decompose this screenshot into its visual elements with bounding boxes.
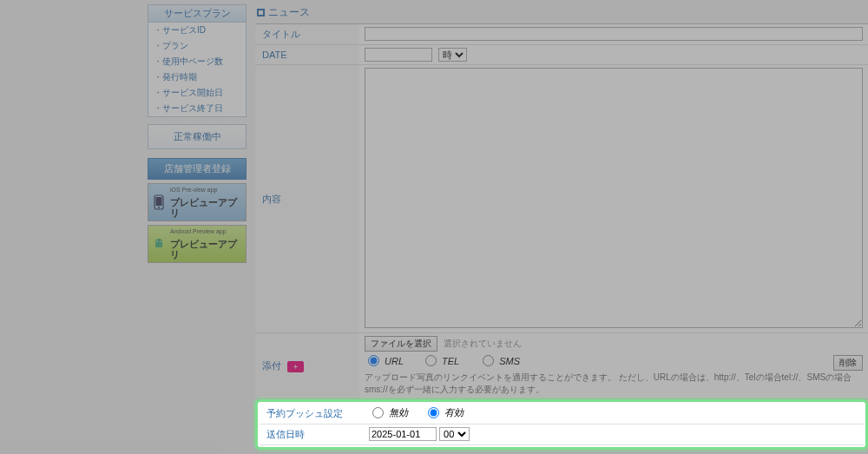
push-label: 予約プッシュ設定	[260, 404, 364, 424]
section-title: ニュース	[255, 3, 868, 24]
sidebar-item-issue[interactable]: 発行時期	[148, 69, 246, 85]
svg-point-3	[157, 240, 158, 241]
ios-preview-main: プレビューアプリ	[170, 194, 242, 218]
main-area: ニュース タイトル DATE 時 内容	[255, 0, 868, 454]
date-input[interactable]	[365, 48, 432, 62]
attach-add-badge[interactable]: ＋	[287, 361, 304, 372]
ios-preview-sub: iOS Pre-view app	[170, 187, 242, 194]
file-status-text: 選択されていません	[444, 339, 522, 348]
footer-buttons: 登録 削除	[255, 450, 868, 454]
sidebar: サービスプラン サービスID プラン 使用中ページ数 発行時期 サービス開始日 …	[148, 0, 247, 454]
push-option-enable[interactable]: 有効	[428, 406, 464, 419]
date-label: DATE	[255, 45, 359, 65]
android-preview-sub: Android Preview app	[170, 228, 242, 235]
link-option-tel[interactable]: TEL	[425, 355, 468, 366]
attach-hint: アップロード写真のリンクイベントを適用することができます。 ただし、URLの場合…	[365, 372, 863, 396]
send-date-input[interactable]	[369, 427, 437, 441]
link-option-sms[interactable]: SMS	[483, 355, 525, 366]
ios-preview-button[interactable]: iOS Pre-view app プレビューアプリ	[148, 183, 247, 221]
push-settings-panel: 予約プッシュ設定 無効 有効 送信日時 00	[255, 399, 868, 450]
svg-point-2	[158, 207, 160, 208]
date-hour-select[interactable]: 時	[438, 48, 467, 62]
service-plan-panel: サービスプラン サービスID プラン 使用中ページ数 発行時期 サービス開始日 …	[148, 4, 247, 117]
sidebar-item-pages[interactable]: 使用中ページ数	[148, 54, 246, 69]
push-option-disable[interactable]: 無効	[372, 406, 408, 419]
svg-rect-1	[156, 197, 162, 206]
android-icon	[152, 235, 167, 253]
content-textarea[interactable]	[365, 68, 863, 328]
admin-register-button[interactable]: 店舗管理者登録	[148, 158, 247, 180]
section-title-text: ニュース	[268, 5, 310, 20]
send-hour-select[interactable]: 00	[439, 427, 470, 441]
android-preview-button[interactable]: Android Preview app プレビューアプリ	[148, 225, 247, 263]
sidebar-item-service-id[interactable]: サービスID	[148, 23, 246, 38]
service-plan-title: サービスプラン	[148, 5, 246, 23]
android-preview-main: プレビューアプリ	[170, 235, 242, 260]
sidebar-item-start[interactable]: サービス開始日	[148, 85, 246, 101]
status-button[interactable]: 正常稼働中	[148, 124, 247, 149]
title-label: タイトル	[255, 24, 359, 45]
file-select-button[interactable]: ファイルを選択	[365, 336, 437, 352]
content-label: 内容	[255, 65, 359, 333]
news-form: タイトル DATE 時 内容	[255, 24, 868, 399]
attach-delete-button[interactable]: 削除	[833, 355, 863, 371]
sidebar-item-end[interactable]: サービス終了日	[148, 101, 246, 116]
link-option-url[interactable]: URL	[368, 355, 411, 366]
sidebar-item-plan[interactable]: プラン	[148, 38, 246, 54]
square-icon	[257, 9, 265, 16]
attach-label: 添付 ＋	[255, 333, 359, 399]
title-input[interactable]	[365, 27, 863, 41]
svg-point-4	[161, 240, 161, 241]
phone-icon	[152, 194, 167, 211]
send-date-label: 送信日時	[260, 424, 364, 445]
